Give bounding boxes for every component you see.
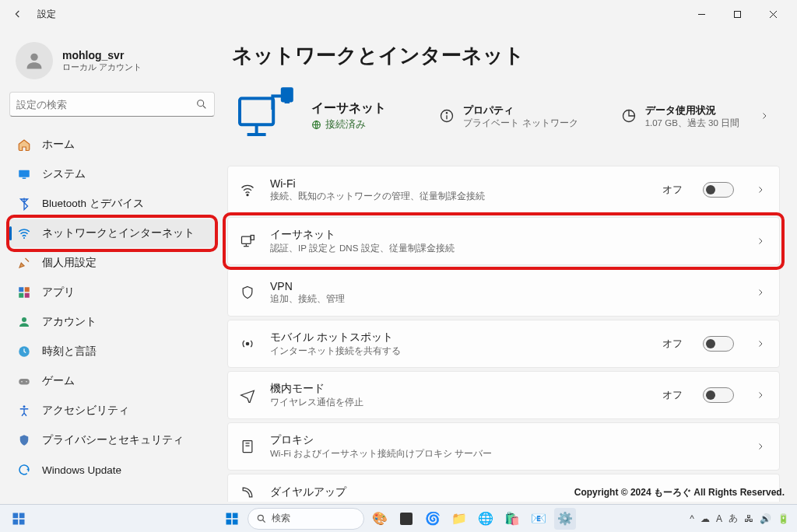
svg-point-4 xyxy=(30,54,37,61)
tray-ime-a-icon[interactable]: A xyxy=(716,513,722,524)
hero-properties[interactable]: プロパティ プライベート ネットワーク xyxy=(438,103,578,129)
account-name: mohlog_svr xyxy=(62,49,142,61)
hero-chevron[interactable] xyxy=(753,105,775,127)
home-icon xyxy=(17,138,31,152)
card-desc: 接続、既知のネットワークの管理、従量制課金接続 xyxy=(270,191,648,202)
hotspot-icon xyxy=(239,335,256,352)
card-desc: ワイヤレス通信を停止 xyxy=(270,397,648,408)
card-wifi[interactable]: Wi-Fi接続、既知のネットワークの管理、従量制課金接続 オフ xyxy=(227,166,780,214)
toggle-switch[interactable] xyxy=(703,336,734,352)
sidebar-item-time[interactable]: 時刻と言語 xyxy=(9,338,215,366)
svg-rect-7 xyxy=(19,170,30,177)
taskbar-explorer[interactable]: 📁 xyxy=(448,508,470,530)
taskbar-app-1[interactable]: 🎨 xyxy=(369,508,391,530)
sidebar-item-gaming[interactable]: ゲーム xyxy=(9,367,215,395)
sidebar-item-update[interactable]: Windows Update xyxy=(9,456,215,484)
start-button[interactable] xyxy=(221,508,243,530)
search-input[interactable] xyxy=(16,99,195,110)
chevron-right-icon xyxy=(753,336,768,352)
account-header[interactable]: mohlog_svr ローカル アカウント xyxy=(9,37,215,92)
card-title: モバイル ホットスポット xyxy=(270,331,648,345)
svg-rect-39 xyxy=(13,513,19,518)
sidebar-item-privacy[interactable]: プライバシーとセキュリティ xyxy=(9,426,215,454)
card-title: Wi-Fi xyxy=(270,177,648,190)
card-ethernet[interactable]: イーサネット認証、IP 設定と DNS 設定、従量制課金接続 xyxy=(227,217,780,265)
toggle-switch[interactable] xyxy=(703,182,734,198)
sidebar-item-label: システム xyxy=(42,167,86,181)
sidebar-item-accessibility[interactable]: アクセシビリティ xyxy=(9,397,215,425)
taskbar-app-2[interactable] xyxy=(395,508,417,530)
svg-rect-24 xyxy=(285,99,290,103)
data-usage-icon xyxy=(620,107,637,124)
sidebar-item-apps[interactable]: アプリ xyxy=(9,278,215,306)
search-input-container[interactable] xyxy=(9,92,215,117)
ethernet-monitor-icon xyxy=(232,85,297,147)
tray-network-icon[interactable]: 🖧 xyxy=(744,513,753,524)
window-close-button[interactable] xyxy=(755,2,791,26)
sidebar-item-account[interactable]: アカウント xyxy=(9,308,215,336)
taskbar-copilot[interactable]: 🌀 xyxy=(422,508,444,530)
svg-rect-31 xyxy=(242,236,251,243)
sidebar-item-network[interactable]: ネットワークとインターネット xyxy=(9,219,215,247)
taskbar-search[interactable]: 検索 xyxy=(248,508,364,530)
tray-battery-icon[interactable]: 🔋 xyxy=(778,513,789,524)
window-maximize-button[interactable] xyxy=(719,2,755,26)
svg-point-35 xyxy=(246,342,248,345)
svg-rect-8 xyxy=(23,178,26,180)
tray-chevron-icon[interactable]: ^ xyxy=(690,513,694,524)
tray-onedrive-icon[interactable]: ☁ xyxy=(700,513,710,524)
titlebar: 設定 xyxy=(0,0,797,28)
card-proxy[interactable]: プロキシWi-Fi およびイーサネット接続向けプロキシ サーバー xyxy=(227,422,780,471)
hero-connection[interactable]: イーサネット 接続済み xyxy=(311,100,386,131)
sidebar-item-label: 個人用設定 xyxy=(42,256,97,270)
tray-ime-mode-icon[interactable]: あ xyxy=(729,512,738,525)
svg-rect-45 xyxy=(226,519,232,524)
card-desc: 追加、接続、管理 xyxy=(270,293,734,305)
back-button[interactable] xyxy=(6,2,30,26)
taskbar-store[interactable]: 🛍️ xyxy=(501,508,523,530)
gaming-icon xyxy=(17,374,31,388)
card-hotspot[interactable]: モバイル ホットスポットインターネット接続を共有する オフ xyxy=(227,320,780,368)
taskbar-edge[interactable]: 🌐 xyxy=(475,508,497,530)
svg-rect-44 xyxy=(233,513,238,518)
copyright-text: Copyright © 2024 もーろぐ All Rights Reserve… xyxy=(574,486,785,499)
svg-rect-46 xyxy=(233,519,238,524)
svg-rect-40 xyxy=(19,513,25,518)
chevron-right-icon xyxy=(753,182,768,198)
card-airplane[interactable]: 機内モードワイヤレス通信を停止 オフ xyxy=(227,371,780,419)
toggle-switch[interactable] xyxy=(703,387,734,403)
account-subtitle: ローカル アカウント xyxy=(62,61,142,73)
svg-rect-36 xyxy=(243,441,252,453)
taskbar-outlook[interactable]: 📧 xyxy=(528,508,549,530)
svg-point-17 xyxy=(21,381,23,383)
card-title: VPN xyxy=(270,280,734,292)
airplane-icon xyxy=(239,387,256,404)
card-vpn[interactable]: VPN追加、接続、管理 xyxy=(227,268,780,317)
settings-cards: Wi-Fi接続、既知のネットワークの管理、従量制課金接続 オフ イーサネット認証… xyxy=(227,166,780,502)
sidebar-item-home[interactable]: ホーム xyxy=(9,131,215,159)
sidebar-item-personalize[interactable]: 個人用設定 xyxy=(9,249,215,277)
sidebar-item-system[interactable]: システム xyxy=(9,160,215,188)
sidebar-item-label: アプリ xyxy=(42,285,75,299)
window-minimize-button[interactable] xyxy=(683,2,719,26)
taskbar-widgets-button[interactable] xyxy=(8,508,30,530)
search-icon xyxy=(195,98,208,110)
bluetooth-icon xyxy=(17,197,31,211)
svg-line-6 xyxy=(203,106,205,108)
card-title: イーサネット xyxy=(270,228,734,242)
taskbar: 検索 🎨 🌀 📁 🌐 🛍️ 📧 ⚙️ ^ ☁ A あ 🖧 🔊 🔋 xyxy=(0,504,797,532)
wifi-icon xyxy=(239,181,256,198)
tray-volume-icon[interactable]: 🔊 xyxy=(760,513,771,524)
svg-rect-10 xyxy=(19,287,23,292)
svg-rect-1 xyxy=(734,11,740,17)
info-icon xyxy=(438,107,455,124)
toggle-state: オフ xyxy=(662,389,683,402)
dialup-icon xyxy=(239,484,256,501)
sidebar-item-bluetooth[interactable]: Bluetooth とデバイス xyxy=(9,190,215,218)
taskbar-settings[interactable]: ⚙️ xyxy=(554,508,576,530)
connection-status: 接続済み xyxy=(311,118,386,131)
hero-data-usage[interactable]: データ使用状況 1.07 GB、過去 30 日間 xyxy=(620,103,739,129)
account-icon xyxy=(17,315,31,329)
chevron-right-icon xyxy=(753,233,768,249)
svg-rect-42 xyxy=(19,519,25,524)
